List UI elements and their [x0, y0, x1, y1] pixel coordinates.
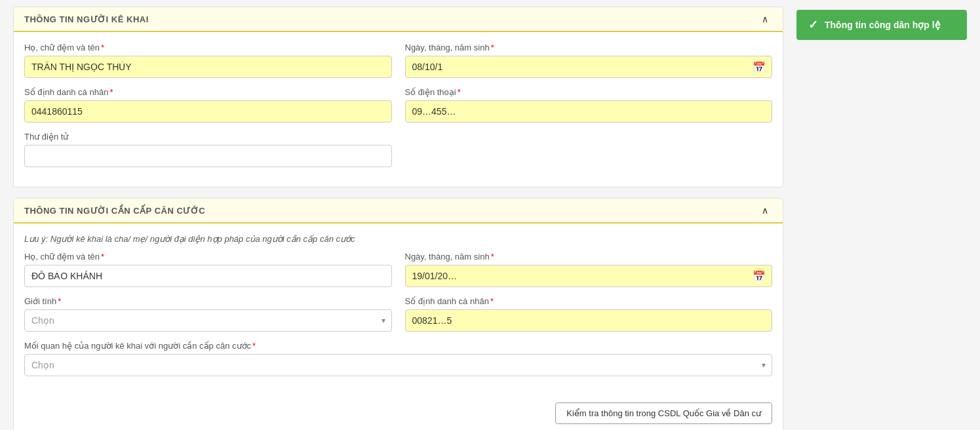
section2-note: Lưu ý: Người kê khai là cha/ mẹ/ người đ…: [24, 234, 772, 244]
label-id-2: Số định danh cá nhân*: [405, 296, 773, 306]
input-id-1[interactable]: [24, 100, 392, 123]
input-phone-1[interactable]: [405, 100, 773, 123]
btn-check-csdl[interactable]: Kiểm tra thông tin trong CSDL Quốc Gia v…: [555, 402, 772, 424]
calendar-icon-1[interactable]: 📅: [753, 61, 766, 73]
group-fullname-2: Họ, chữ đệm và tên*: [24, 252, 392, 287]
success-notification: ✓ Thông tin công dân hợp lệ: [796, 10, 967, 40]
label-fullname-1: Họ, chữ đệm và tên*: [24, 43, 392, 52]
label-gender: Giới tính*: [24, 296, 392, 306]
dob-1-wrapper: 📅: [405, 56, 773, 78]
label-relationship: Mối quan hệ của người kê khai với người …: [24, 341, 772, 351]
label-dob-2: Ngày, tháng, năm sinh*: [405, 252, 773, 262]
input-dob-1[interactable]: [405, 56, 773, 78]
label-fullname-2: Họ, chữ đệm và tên*: [24, 252, 392, 262]
check-icon: ✓: [808, 18, 818, 32]
group-phone-1: Số điện thoại*: [405, 87, 773, 123]
group-id-1: Số định danh cá nhân*: [24, 87, 392, 123]
section1-header: THÔNG TIN NGƯỜI KÊ KHAI ∧: [14, 7, 783, 32]
input-email-1[interactable]: [24, 145, 392, 167]
row-email: Thư điện tử: [24, 132, 772, 167]
group-dob-1: Ngày, tháng, năm sinh* 📅: [405, 43, 773, 78]
row-name-dob: Họ, chữ đệm và tên* Ngày, tháng, năm sin…: [24, 43, 772, 78]
label-id-1: Số định danh cá nhân*: [24, 87, 392, 97]
input-id-2[interactable]: [405, 309, 773, 332]
check-button-container: Kiểm tra thông tin trong CSDL Quốc Gia v…: [14, 396, 783, 430]
calendar-icon-2[interactable]: 📅: [753, 270, 766, 283]
group-relationship: Mối quan hệ của người kê khai với người …: [24, 341, 772, 376]
group-dob-2: Ngày, tháng, năm sinh* 📅: [405, 252, 773, 287]
gender-select-wrapper: Chọn Nam Nữ ▾: [24, 309, 392, 332]
section-nguoi-can-cap: THÔNG TIN NGƯỜI CẦN CẤP CĂN CƯỚC ∧ Lưu ý…: [13, 198, 783, 430]
group-email-1: Thư điện tử: [24, 132, 392, 167]
relationship-select-wrapper: Chọn ▾: [24, 354, 772, 376]
label-email-1: Thư điện tử: [24, 132, 392, 142]
section2-body: Lưu ý: Người kê khai là cha/ mẹ/ người đ…: [14, 224, 783, 396]
group-id-2: Số định danh cá nhân*: [405, 296, 773, 332]
row-id-phone: Số định danh cá nhân* Số điện thoại*: [24, 87, 772, 123]
collapse-icon-2[interactable]: ∧: [762, 205, 772, 216]
section1-title: THÔNG TIN NGƯỜI KÊ KHAI: [24, 14, 149, 24]
section1-body: Họ, chữ đệm và tên* Ngày, tháng, năm sin…: [14, 32, 783, 187]
label-dob-1: Ngày, tháng, năm sinh*: [405, 43, 773, 52]
sidebar-right: ✓ Thông tin công dân hợp lệ: [796, 7, 967, 430]
row-relationship: Mối quan hệ của người kê khai với người …: [24, 341, 772, 376]
input-dob-2[interactable]: [405, 265, 773, 287]
select-relationship[interactable]: Chọn: [24, 354, 772, 376]
group-fullname-1: Họ, chữ đệm và tên*: [24, 43, 392, 78]
input-fullname-1[interactable]: [24, 56, 392, 78]
group-gender: Giới tính* Chọn Nam Nữ ▾: [24, 296, 392, 332]
section2-title: THÔNG TIN NGƯỜI CẦN CẤP CĂN CƯỚC: [24, 206, 205, 216]
row-name-dob-2: Họ, chữ đệm và tên* Ngày, tháng, năm sin…: [24, 252, 772, 287]
select-gender[interactable]: Chọn Nam Nữ: [24, 309, 392, 332]
collapse-icon[interactable]: ∧: [762, 14, 772, 24]
dob-2-wrapper: 📅: [405, 265, 773, 287]
label-phone-1: Số điện thoại*: [405, 87, 773, 97]
row-gender-id: Giới tính* Chọn Nam Nữ ▾: [24, 296, 772, 332]
section-nguoi-ke-khai: THÔNG TIN NGƯỜI KÊ KHAI ∧ Họ, chữ đệm và…: [13, 7, 783, 187]
spacer-1: [405, 132, 773, 167]
success-text: Thông tin công dân hợp lệ: [825, 20, 941, 30]
section2-header: THÔNG TIN NGƯỜI CẦN CẤP CĂN CƯỚC ∧: [14, 199, 783, 224]
input-fullname-2[interactable]: [24, 265, 392, 287]
